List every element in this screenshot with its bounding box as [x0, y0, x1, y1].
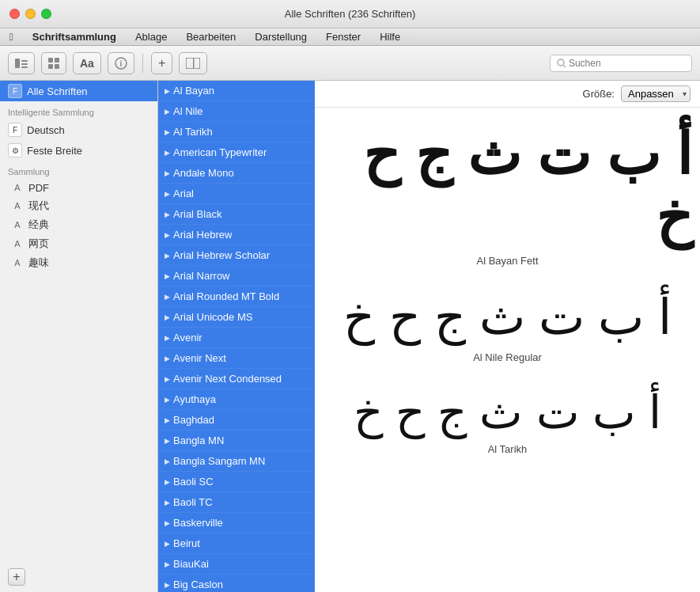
sidebar-item-web[interactable]: A 网页	[0, 234, 157, 253]
search-input[interactable]	[569, 58, 685, 69]
font-list-item-avenir[interactable]: ▶Avenir	[158, 328, 315, 348]
font-name-label: Al Bayan	[173, 85, 214, 97]
pdf-label: PDF	[28, 182, 49, 194]
svg-rect-4	[48, 58, 53, 63]
expand-arrow: ▶	[165, 499, 170, 507]
apple-menu[interactable]: 	[6, 31, 17, 43]
font-list-item-biaukai[interactable]: ▶BiauKai	[158, 554, 315, 575]
sidebar-item-all-fonts[interactable]: F Alle Schriften	[0, 81, 157, 101]
pdf-icon: A	[11, 181, 24, 194]
sidebar-item-fun[interactable]: A 趣味	[0, 253, 157, 272]
info-button[interactable]: i	[108, 52, 134, 74]
font-list-item-andale-mono[interactable]: ▶Andale Mono	[158, 163, 315, 184]
fenster-menu[interactable]: Fenster	[323, 31, 364, 43]
font-list-item-arial-narrow[interactable]: ▶Arial Narrow	[158, 266, 315, 287]
preview-area: Größe: Anpassen أ ب ت ث ج ح خ Al Bayan F…	[315, 81, 700, 592]
font-list-item-american-typewriter[interactable]: ▶American Typewriter	[158, 142, 315, 163]
search-icon	[557, 59, 566, 68]
sidebar-icon	[15, 58, 28, 69]
sidebar-bottom: +	[0, 562, 157, 592]
expand-arrow: ▶	[165, 108, 170, 116]
sidebar-item-fixedwidth[interactable]: ⚙ Feste Breite	[0, 140, 157, 161]
font-list-item-avenir-next-condensed[interactable]: ▶Avenir Next Condensed	[158, 369, 315, 389]
preview-block-al-bayan-fett: أ ب ت ث ج ح خ Al Bayan Fett	[323, 123, 692, 267]
window-controls	[9, 9, 51, 19]
font-list-item-baoli-sc[interactable]: ▶Baoli SC	[158, 472, 315, 492]
grid-icon	[48, 58, 59, 69]
font-list-item-beirut[interactable]: ▶Beirut	[158, 533, 315, 554]
svg-rect-0	[15, 59, 20, 68]
font-name-label: Big Caslon	[173, 579, 223, 590]
font-size-button[interactable]: Aa	[73, 52, 101, 74]
font-list-item-baoli-tc[interactable]: ▶Baoli TC	[158, 492, 315, 513]
font-name-label: Avenir Next	[173, 352, 226, 364]
preview-content: أ ب ت ث ج ح خ Al Bayan Fett أ ب ت ث ج ح …	[315, 108, 700, 592]
maximize-button[interactable]	[41, 9, 51, 19]
grid-view-button[interactable]	[41, 52, 66, 74]
svg-rect-6	[48, 64, 53, 69]
expand-arrow: ▶	[165, 272, 170, 280]
font-list-item-baskerville[interactable]: ▶Baskerville	[158, 513, 315, 533]
preview-toggle-button[interactable]	[179, 52, 207, 74]
darstellung-menu[interactable]: Darstellung	[252, 31, 310, 43]
font-name-label: Ayuthaya	[173, 393, 216, 405]
fun-label: 趣味	[28, 256, 49, 270]
font-list-item-al-nile[interactable]: ▶Al Nile	[158, 101, 315, 122]
fixedwidth-label: Feste Breite	[27, 145, 82, 157]
font-list-item-bangla-mn[interactable]: ▶Bangla MN	[158, 431, 315, 451]
preview-font-name: Al Bayan Fett	[476, 255, 538, 267]
font-name-label: Avenir	[173, 332, 202, 343]
expand-arrow: ▶	[165, 211, 170, 218]
font-list-item-big-caslon[interactable]: ▶Big Caslon	[158, 575, 315, 592]
font-name-label: Baoli SC	[173, 476, 214, 488]
font-list-item-baghdad[interactable]: ▶Baghdad	[158, 410, 315, 431]
expand-arrow: ▶	[165, 293, 170, 301]
font-list-item-arial-rounded-mt-bold[interactable]: ▶Arial Rounded MT Bold	[158, 287, 315, 307]
font-name-label: Arial Rounded MT Bold	[173, 290, 279, 302]
size-label: Größe:	[583, 88, 615, 100]
expand-arrow: ▶	[165, 231, 170, 239]
font-list-item-arial-black[interactable]: ▶Arial Black	[158, 204, 315, 225]
font-list-item-arial[interactable]: ▶Arial	[158, 184, 315, 204]
font-name-label: Arial Hebrew	[173, 229, 232, 241]
size-select-wrap[interactable]: Anpassen	[621, 85, 691, 102]
preview-block-al-tarikh: أ ب ت ث ج ح خ Al Tarikh	[354, 387, 661, 456]
font-list-item-al-tarikh[interactable]: ▶Al Tarikh	[158, 122, 315, 142]
font-name-label: Arial Narrow	[173, 270, 230, 282]
font-list-item-avenir-next[interactable]: ▶Avenir Next	[158, 348, 315, 369]
toolbar-separator	[142, 54, 143, 73]
app-menu[interactable]: Schriftsammlung	[29, 31, 119, 43]
hilfe-menu[interactable]: Hilfe	[376, 31, 403, 43]
minimize-button[interactable]	[25, 9, 36, 19]
font-list-item-arial-hebrew-scholar[interactable]: ▶Arial Hebrew Scholar	[158, 245, 315, 266]
sidebar-item-pdf[interactable]: A PDF	[0, 179, 157, 196]
size-select[interactable]: Anpassen	[621, 85, 691, 102]
add-collection-button[interactable]: +	[8, 568, 25, 586]
font-list-item-arial-hebrew[interactable]: ▶Arial Hebrew	[158, 225, 315, 245]
expand-arrow: ▶	[165, 169, 170, 177]
sidebar-item-modern[interactable]: A 现代	[0, 196, 157, 215]
sidebar-item-classic[interactable]: A 经典	[0, 215, 157, 234]
font-list-item-al-bayan[interactable]: ▶Al Bayan	[158, 81, 315, 101]
search-box[interactable]	[550, 55, 692, 72]
font-list[interactable]: ▶Al Bayan▶Al Nile▶Al Tarikh▶American Typ…	[158, 81, 315, 592]
font-list-item-ayuthaya[interactable]: ▶Ayuthaya	[158, 389, 315, 410]
expand-arrow: ▶	[165, 355, 170, 362]
ablage-menu[interactable]: Ablage	[132, 31, 170, 43]
svg-point-12	[558, 59, 564, 66]
add-font-button[interactable]: +	[151, 52, 172, 74]
expand-arrow: ▶	[165, 190, 170, 198]
all-fonts-icon: F	[8, 84, 22, 98]
font-list-item-arial-unicode-ms[interactable]: ▶Arial Unicode MS	[158, 307, 315, 328]
svg-rect-3	[21, 66, 28, 68]
bearbeiten-menu[interactable]: Bearbeiten	[183, 31, 239, 43]
svg-line-13	[564, 65, 566, 67]
sidebar-item-deutsch[interactable]: F Deutsch	[0, 120, 157, 140]
sidebar-toggle-button[interactable]	[8, 52, 35, 74]
font-name-label: Andale Mono	[173, 167, 234, 179]
svg-rect-5	[55, 58, 59, 63]
expand-arrow: ▶	[165, 334, 170, 342]
main-layout: F Alle Schriften Intelligente Sammlung F…	[0, 81, 700, 592]
font-list-item-bangla-sangam-mn[interactable]: ▶Bangla Sangam MN	[158, 451, 315, 472]
close-button[interactable]	[9, 9, 20, 19]
